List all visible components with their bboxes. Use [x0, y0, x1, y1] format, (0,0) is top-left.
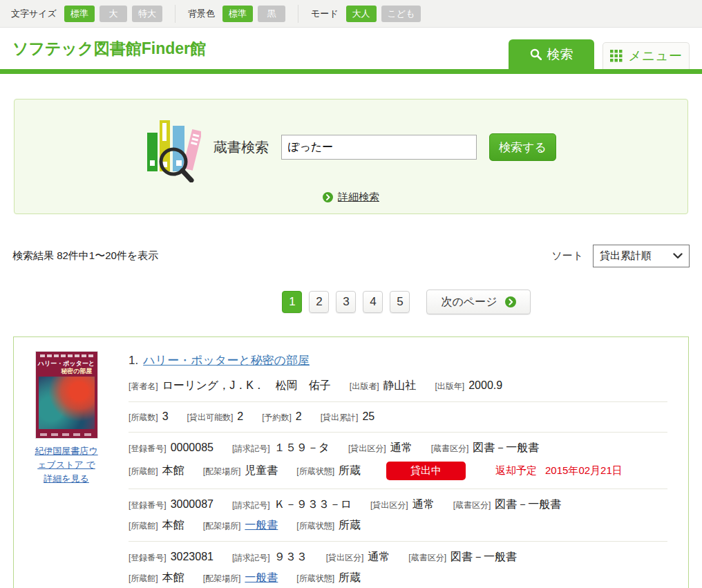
- result-item: ハリー・ポッターと 秘密の部屋 紀伊国屋書店ウェブストア で詳細を見る 1.ハリ…: [13, 336, 689, 588]
- shelf-location-link[interactable]: 一般書: [245, 571, 278, 585]
- field-label: [蔵書区分]: [408, 552, 446, 564]
- header-tabs: 検索 メニュー: [509, 39, 690, 69]
- mode-kids-button[interactable]: こども: [381, 6, 421, 22]
- arrow-circle-icon: [505, 296, 516, 307]
- advanced-search-link[interactable]: 詳細検索: [338, 191, 379, 204]
- sort-selected-value: 貸出累計順: [600, 249, 652, 263]
- publisher-value: 静山社: [383, 379, 417, 393]
- field-label: [貸出可能数]: [187, 412, 234, 424]
- font-size-label: 文字サイズ: [11, 8, 57, 20]
- search-box-label: 蔵書検索: [214, 138, 269, 157]
- sort-control: ソート 貸出累計順: [551, 245, 690, 267]
- field-label: [登録番号]: [129, 552, 167, 564]
- kinokuniya-store-link[interactable]: 紀伊国屋書店ウェブストア で詳細を見る: [35, 444, 98, 486]
- next-page-button[interactable]: 次のページ: [426, 290, 530, 314]
- material-type: 図書－一般書: [473, 441, 539, 455]
- search-panel: 蔵書検索 検索する 詳細検索: [14, 99, 688, 214]
- mode-group: モード 大人 こども: [311, 6, 421, 22]
- holdings-count: 3: [162, 410, 169, 423]
- lendable-count: 2: [237, 410, 243, 423]
- divider: [129, 401, 667, 402]
- tab-search[interactable]: 検索: [509, 39, 594, 69]
- return-due-label: 返却予定: [495, 464, 537, 477]
- tab-menu-label: メニュー: [628, 47, 681, 65]
- sort-select[interactable]: 貸出累計順: [593, 245, 690, 267]
- tab-menu[interactable]: メニュー: [603, 42, 690, 69]
- loan-type: 通常: [368, 550, 390, 565]
- font-size-xlarge-button[interactable]: 特大: [132, 6, 162, 22]
- page-button-5[interactable]: 5: [390, 291, 410, 313]
- field-label: [貸出区分]: [326, 552, 364, 564]
- library-name: 本館: [162, 464, 184, 478]
- cover-artwork: [39, 377, 95, 429]
- bg-color-group: 背景色 標準 黒: [188, 6, 285, 22]
- results-summary: 検索結果 82件中1〜20件を表示: [12, 249, 158, 263]
- loan-type: 通常: [412, 497, 435, 512]
- on-loan-badge: 貸出中: [386, 462, 466, 480]
- arrow-circle-icon: [323, 192, 333, 202]
- library-books-icon: [146, 112, 201, 182]
- item-cover-column: ハリー・ポッターと 秘密の部屋 紀伊国屋書店ウェブストア で詳細を見る: [35, 351, 98, 588]
- item-title-link[interactable]: ハリー・ポッターと秘密の部屋: [143, 354, 310, 367]
- page-button-4[interactable]: 4: [363, 291, 383, 313]
- tab-search-label: 検索: [547, 46, 573, 64]
- pubyear-value: 2000.9: [468, 379, 502, 392]
- mode-adult-button[interactable]: 大人: [346, 6, 377, 22]
- search-input[interactable]: [281, 135, 477, 160]
- accessibility-bar: 文字サイズ 標準 大 特大 背景色 標準 黒 モード 大人 こども: [0, 0, 702, 28]
- divider: [129, 432, 667, 433]
- field-label: [所蔵館]: [129, 520, 158, 532]
- bg-color-standard-button[interactable]: 標準: [222, 6, 253, 22]
- pagination: 1 2 3 4 5 次のページ: [55, 290, 702, 314]
- field-label: [所蔵状態]: [296, 520, 334, 532]
- field-label: [予約数]: [262, 412, 292, 424]
- holding-row: [登録番号]0000085 [請求記号]１５９－タ [貸出区分]通常 [蔵書区分…: [129, 441, 667, 480]
- field-label: [出版年]: [435, 381, 465, 392]
- holding-row: [登録番号]3023081 [請求記号]９３３ [貸出区分]通常 [蔵書区分]図…: [129, 550, 667, 585]
- divider: [129, 541, 667, 542]
- page-button-1[interactable]: 1: [282, 291, 302, 313]
- sort-label: ソート: [551, 249, 583, 263]
- library-name: 本館: [162, 518, 184, 533]
- search-submit-button[interactable]: 検索する: [489, 133, 556, 161]
- total-lends-count: 25: [362, 410, 374, 423]
- registration-number: 3023081: [171, 551, 214, 563]
- shelf-location-link[interactable]: 一般書: [245, 518, 278, 533]
- cover-title-text: 秘密の部屋: [36, 367, 93, 376]
- field-label: [請求記号]: [232, 552, 270, 564]
- holding-status: 所蔵: [339, 464, 361, 478]
- call-number: １５９－タ: [274, 441, 330, 455]
- library-name: 本館: [162, 571, 184, 585]
- field-label: [所蔵館]: [129, 466, 158, 477]
- field-label: [請求記号]: [232, 443, 270, 455]
- holding-status: 所蔵: [339, 571, 361, 585]
- field-label: [貸出区分]: [370, 500, 408, 511]
- results-bar: 検索結果 82件中1〜20件を表示 ソート 貸出累計順: [12, 245, 690, 267]
- field-label: [請求記号]: [232, 500, 270, 511]
- author-value: ローリング，J．K． 松岡 佑子: [162, 379, 331, 393]
- divider: [298, 5, 298, 23]
- item-counts-row: [所蔵数]3 [貸出可能数]2 [予約数]2 [貸出累計]25: [129, 410, 667, 424]
- font-size-group: 文字サイズ 標準 大 特大: [11, 6, 162, 22]
- book-cover-image[interactable]: ハリー・ポッターと 秘密の部屋: [35, 351, 98, 439]
- bg-color-label: 背景色: [188, 8, 215, 20]
- next-page-label: 次のページ: [441, 295, 497, 310]
- field-label: [貸出区分]: [348, 443, 386, 455]
- font-size-standard-button[interactable]: 標準: [64, 6, 95, 22]
- field-label: [蔵書区分]: [453, 500, 491, 511]
- return-due-info: 返却予定 2015年02月21日: [495, 464, 623, 477]
- divider: [175, 5, 176, 23]
- bg-color-black-button[interactable]: 黒: [258, 6, 285, 22]
- mode-label: モード: [311, 8, 339, 20]
- field-label: [配架場所]: [203, 466, 241, 477]
- loan-type: 通常: [390, 441, 412, 455]
- page-button-2[interactable]: 2: [309, 291, 329, 313]
- divider: [129, 489, 667, 489]
- search-icon: [530, 48, 542, 60]
- item-title-row: 1.ハリー・ポッターと秘密の部屋: [129, 352, 667, 368]
- reservation-count: 2: [296, 410, 302, 423]
- field-label: [著者名]: [129, 381, 158, 392]
- page-button-3[interactable]: 3: [336, 291, 356, 313]
- font-size-large-button[interactable]: 大: [99, 6, 127, 22]
- field-label: [所蔵数]: [129, 412, 158, 424]
